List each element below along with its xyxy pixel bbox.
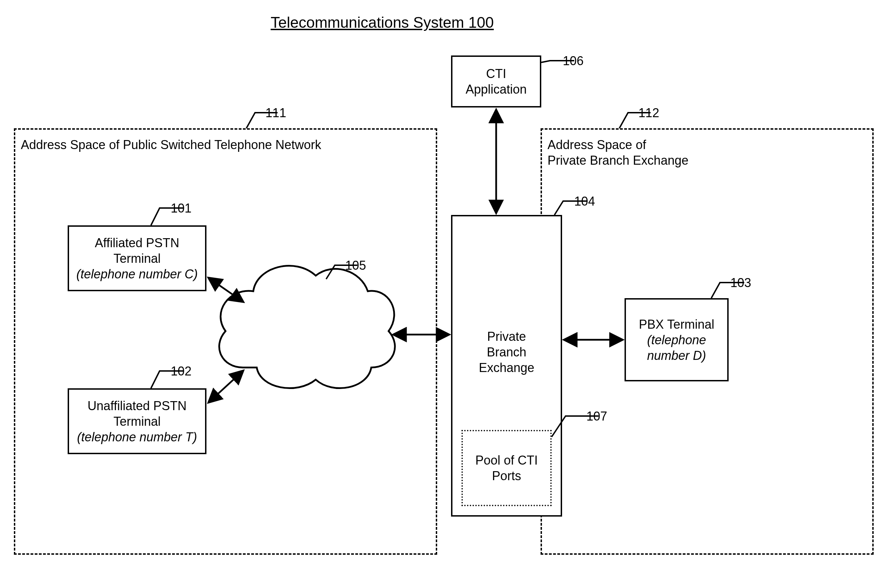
region-pbx-label-2: Private Branch Exchange	[548, 153, 688, 168]
affiliated-line2: Terminal	[76, 250, 198, 266]
unaffiliated-line3: (telephone number T)	[77, 429, 197, 445]
ref-103: 103	[730, 276, 751, 290]
cti-ports-line1: Pool of CTI	[476, 453, 538, 468]
ref-112: 112	[638, 106, 659, 120]
ref-107: 107	[586, 409, 607, 424]
ref-104: 104	[574, 194, 595, 209]
affiliated-line1: Affiliated PSTN	[76, 235, 198, 250]
pstn-cloud-line1: Public Switched	[245, 324, 359, 340]
ref-106: 106	[563, 54, 584, 68]
pbx-terminal-line2: (telephone	[639, 332, 714, 348]
cti-app-line2: Application	[466, 81, 527, 97]
node-pbx-terminal: PBX Terminal (telephone number D)	[625, 298, 728, 381]
node-unaffiliated-pstn-terminal: Unaffiliated PSTN Terminal (telephone nu…	[68, 388, 206, 454]
pbx-line1: Private	[479, 328, 534, 344]
pstn-cloud-line2: Telephone Network	[245, 340, 359, 356]
ref-101: 101	[171, 201, 191, 216]
region-pstn-address-space	[14, 128, 437, 555]
cloud-pstn-label: Public Switched Telephone Network	[245, 324, 359, 356]
unaffiliated-line1: Unaffiliated PSTN	[77, 398, 197, 414]
diagram-canvas: Telecommunications System 100 Address Sp…	[0, 0, 891, 588]
ref-105: 105	[345, 258, 366, 273]
cti-app-line1: CTI	[466, 66, 527, 81]
pbx-line3: Exchange	[479, 360, 534, 375]
node-cti-application: CTI Application	[451, 56, 541, 108]
node-affiliated-pstn-terminal: Affiliated PSTN Terminal (telephone numb…	[68, 225, 206, 291]
pbx-line2: Branch	[479, 344, 534, 360]
pbx-terminal-line1: PBX Terminal	[639, 316, 714, 332]
ref-111: 111	[265, 106, 286, 120]
pbx-terminal-line3: number D)	[639, 348, 714, 363]
region-pbx-label-1: Address Space of	[548, 137, 646, 153]
node-pool-of-cti-ports: Pool of CTI Ports	[462, 430, 552, 506]
ref-102: 102	[171, 364, 191, 379]
diagram-title: Telecommunications System 100	[271, 14, 494, 31]
affiliated-line3: (telephone number C)	[76, 266, 198, 282]
unaffiliated-line2: Terminal	[77, 414, 197, 429]
region-pstn-label: Address Space of Public Switched Telepho…	[21, 137, 321, 153]
cti-ports-line2: Ports	[476, 468, 538, 484]
